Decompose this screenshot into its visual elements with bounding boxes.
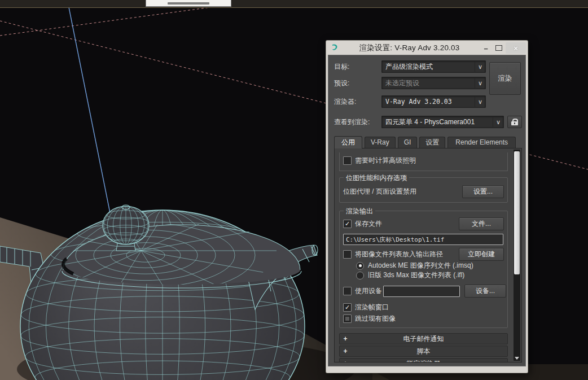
- dialog-titlebar[interactable]: 渲染设置: V-Ray Adv 3.20.03 – ×: [328, 41, 526, 55]
- skip-existing-checkbox[interactable]: [343, 315, 352, 323]
- common-tab-panel: 需要时计算高级照明 位图性能和内存选项 位图代理 / 页面设置禁用 设置... …: [334, 148, 522, 362]
- rollout-label: 指定渲染器: [351, 359, 496, 363]
- target-label: 目标:: [334, 62, 381, 72]
- panel-scrollbar[interactable]: [514, 150, 520, 361]
- use-device-checkbox[interactable]: [343, 287, 352, 295]
- renderer-value: V-Ray Adv 3.20.03: [382, 98, 475, 106]
- render-output-title: 渲染输出: [344, 207, 375, 216]
- scrollbar-down-arrow[interactable]: [515, 357, 519, 360]
- output-path-field[interactable]: [343, 234, 503, 245]
- chevron-down-icon: ∨: [475, 97, 485, 107]
- minimize-icon: –: [484, 44, 488, 53]
- renderer-dropdown[interactable]: V-Ray Adv 3.20.03 ∨: [381, 95, 486, 108]
- devices-button[interactable]: 设备...: [464, 285, 506, 298]
- check-icon: ✓: [345, 304, 350, 311]
- tab-gi[interactable]: GI: [398, 137, 418, 148]
- image-list-label: 将图像文件列表放入输出路径: [355, 250, 459, 259]
- device-field[interactable]: [383, 286, 460, 297]
- target-value: 产品级渲染模式: [382, 62, 475, 72]
- image-list-checkbox[interactable]: [343, 250, 352, 259]
- tab-common[interactable]: 公用: [334, 136, 362, 148]
- chevron-down-icon: ∨: [493, 117, 503, 127]
- bitmap-setup-button[interactable]: 设置...: [462, 185, 504, 198]
- maximize-button[interactable]: [492, 42, 506, 54]
- scrollbar-thumb[interactable]: [514, 151, 520, 274]
- imsq-radio-label: Autodesk ME 图像序列文件 (.imsq): [368, 261, 473, 270]
- preset-dropdown[interactable]: 未选定预设 ∨: [381, 77, 486, 89]
- advanced-lighting-checkbox[interactable]: [343, 156, 352, 165]
- advanced-lighting-label: 需要时计算高级照明: [355, 156, 416, 165]
- save-file-label: 保存文件: [355, 219, 459, 229]
- cropped-tooltip: [146, 0, 231, 7]
- ifl-radio-label: 旧版 3ds Max 图像文件列表 (.ifl): [368, 270, 464, 280]
- files-button[interactable]: 文件...: [459, 217, 504, 230]
- maximize-icon: [495, 45, 502, 51]
- rollout-label: 电子邮件通知: [351, 334, 496, 344]
- use-device-label: 使用设备: [355, 286, 382, 296]
- lock-icon: [511, 119, 518, 125]
- create-now-button[interactable]: 立即创建: [459, 248, 504, 261]
- rollout-scripts[interactable]: + 脚本: [339, 346, 508, 357]
- renderer-label: 渲染器:: [334, 97, 381, 107]
- dialog-title: 渲染设置: V-Ray Adv 3.20.03: [339, 43, 480, 53]
- preset-value: 未选定预设: [382, 78, 475, 88]
- tab-bar: 公用 V-Ray GI 设置 Render Elements: [334, 136, 522, 148]
- rollout-email-notifications[interactable]: + 电子邮件通知: [339, 333, 508, 344]
- render-output-group: 渲染输出 ✓ 保存文件 文件... 将图像文件列表放入输出路径 立即创建 Aut…: [339, 211, 508, 328]
- chevron-down-icon: ∨: [475, 62, 485, 72]
- advanced-lighting-group: 需要时计算高级照明: [339, 152, 508, 171]
- rendered-frame-window-checkbox[interactable]: ✓: [343, 303, 352, 312]
- target-row: 目标: 产品级渲染模式 ∨: [334, 61, 486, 72]
- close-icon: ×: [514, 44, 518, 53]
- imsq-radio[interactable]: [356, 262, 364, 270]
- close-button[interactable]: ×: [506, 42, 526, 54]
- ifl-radio[interactable]: [356, 272, 364, 279]
- view-to-render-dropdown[interactable]: 四元菜单 4 - PhysCamera001 ∨: [381, 116, 504, 128]
- expand-plus-icon: +: [340, 360, 351, 362]
- view-to-render-label: 查看到渲染:: [334, 117, 381, 127]
- chevron-down-icon: ∨: [475, 78, 485, 88]
- tooltip-text-smudge: [168, 2, 209, 5]
- tab-settings[interactable]: 设置: [419, 137, 445, 148]
- preset-label: 预设:: [334, 78, 381, 88]
- bitmap-proxy-status: 位图代理 / 页面设置禁用: [343, 187, 462, 196]
- minimize-button[interactable]: –: [480, 42, 492, 54]
- save-file-checkbox[interactable]: ✓: [343, 220, 352, 228]
- target-dropdown[interactable]: 产品级渲染模式 ∨: [381, 60, 486, 73]
- render-button[interactable]: 渲染: [489, 62, 521, 95]
- bitmap-group-title: 位图性能和内存选项: [344, 173, 409, 183]
- bitmap-options-group: 位图性能和内存选项 位图代理 / 页面设置禁用 设置...: [339, 177, 508, 203]
- rollout-assign-renderer[interactable]: + 指定渲染器: [339, 358, 508, 362]
- preset-row: 预设: 未选定预设 ∨: [334, 77, 486, 89]
- tab-render-elements[interactable]: Render Elements: [447, 137, 516, 148]
- rollout-label: 脚本: [351, 347, 496, 356]
- lock-view-button[interactable]: [507, 116, 522, 128]
- renderer-row: 渲染器: V-Ray Adv 3.20.03 ∨: [334, 96, 486, 107]
- rollout-list: + 电子邮件通知 + 脚本 + 指定渲染器: [339, 333, 508, 362]
- check-icon: ✓: [345, 221, 350, 227]
- view-to-render-value: 四元菜单 4 - PhysCamera001: [382, 117, 493, 127]
- expand-plus-icon: +: [340, 347, 351, 355]
- expand-plus-icon: +: [340, 335, 351, 343]
- rendered-frame-window-label: 渲染帧窗口: [355, 303, 389, 312]
- skip-existing-label: 跳过现有图像: [355, 314, 396, 324]
- render-setup-dialog: 渲染设置: V-Ray Adv 3.20.03 – × 目标: 产品级渲染模式 …: [326, 41, 528, 373]
- app-swirl-icon: [330, 43, 339, 53]
- dialog-body: 目标: 产品级渲染模式 ∨ 预设: 未选定预设 ∨ 渲染器: V-Ray Adv…: [328, 55, 526, 366]
- tab-vray[interactable]: V-Ray: [365, 137, 396, 148]
- top-application-strip: [0, 0, 588, 8]
- view-to-render-row: 查看到渲染: 四元菜单 4 - PhysCamera001 ∨: [334, 116, 522, 128]
